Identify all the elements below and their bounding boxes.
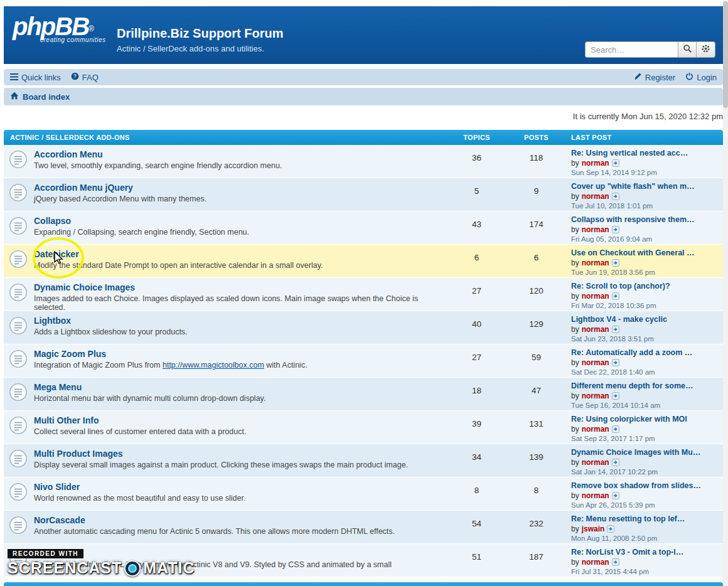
- last-post-title-link[interactable]: Cover up "white flash" when m…: [571, 182, 719, 191]
- forum-link[interactable]: Lightbox: [34, 316, 71, 326]
- forum-text: Datepicker Modify the standard Date Prom…: [34, 248, 323, 275]
- search-icon: [683, 44, 692, 55]
- quick-links-menu[interactable]: Quick links: [10, 73, 61, 82]
- last-post-username-link[interactable]: norman: [582, 258, 609, 267]
- search-button[interactable]: [678, 41, 697, 58]
- forum-link[interactable]: Magic Zoom Plus: [34, 349, 106, 359]
- last-post-username-link[interactable]: norman: [582, 325, 609, 334]
- navbar-right: Register Login: [634, 72, 717, 82]
- goto-last-post-icon[interactable]: [612, 326, 619, 333]
- forum-cell: Magic Zoom Plus Integration of Magic Zoo…: [4, 344, 447, 377]
- last-post-cell: Re: Menu resetting to top lef… by jswain…: [566, 511, 723, 543]
- goto-last-post-icon[interactable]: [612, 425, 619, 433]
- last-post-title-link[interactable]: Remove box shadow from slides…: [571, 481, 719, 490]
- goto-last-post-icon[interactable]: [612, 292, 619, 300]
- forum-link[interactable]: Nivo Slider: [34, 482, 80, 492]
- last-post-title-link[interactable]: Re: Menu resetting to top lef…: [571, 514, 719, 523]
- last-post-username-link[interactable]: norman: [582, 491, 609, 500]
- search-input[interactable]: [585, 41, 678, 58]
- last-post-date: Tue Jun 19, 2018 3:56 pm: [571, 269, 719, 276]
- forum-icon: [9, 150, 28, 169]
- forum-link[interactable]: NorList: [34, 549, 65, 558]
- last-post-cell: Re: Using vertical nested acc… by norman…: [566, 145, 723, 178]
- svg-text:?: ?: [73, 73, 77, 79]
- faq-link[interactable]: ? FAQ: [71, 72, 99, 82]
- board-index-link[interactable]: Board index: [23, 92, 70, 102]
- last-post-username-link[interactable]: norman: [582, 159, 609, 168]
- forum-link[interactable]: Collapso: [34, 216, 71, 226]
- forum-row: Dynamic Choice Images Images added to ea…: [4, 278, 723, 311]
- last-post-title-link[interactable]: Collapso with responsive them…: [571, 215, 719, 224]
- site-title[interactable]: Drillpine.Biz Support Forum: [117, 26, 284, 41]
- register-link[interactable]: Register: [634, 72, 675, 82]
- by-label: by: [571, 292, 579, 301]
- forum-row: Multi Product Images Display several sma…: [4, 444, 723, 477]
- last-post-title-link[interactable]: Re: Using vertical nested acc…: [571, 149, 719, 157]
- last-post-title-link[interactable]: Re: Automatically add a zoom …: [571, 348, 719, 357]
- topics-count: 18: [447, 378, 506, 410]
- by-label: by: [571, 458, 579, 467]
- goto-last-post-icon[interactable]: [612, 359, 619, 366]
- forum-link[interactable]: Accordion Menu jQuery: [34, 183, 133, 193]
- breadcrumb: Board index: [4, 88, 723, 105]
- goto-last-post-icon[interactable]: [612, 226, 619, 233]
- last-post-username-link[interactable]: norman: [582, 358, 609, 367]
- last-post-username-link[interactable]: norman: [582, 558, 609, 567]
- forum-link[interactable]: NorCascade: [34, 516, 85, 525]
- forum-icon: [9, 383, 28, 402]
- forum-link[interactable]: Dynamic Choice Images: [34, 283, 135, 292]
- forum-description: Expanding / Collapsing, search engine fr…: [34, 228, 249, 237]
- category-title-link[interactable]: ACTINIC / SELLERDECK ADD-ONS: [4, 134, 447, 141]
- login-link[interactable]: Login: [685, 72, 717, 82]
- site-header: phpBB® creating communities Drillpine.Bi…: [4, 6, 723, 64]
- advanced-search-button[interactable]: [697, 41, 715, 58]
- forum-cell: Nivo Slider World renowned as the most b…: [4, 477, 447, 510]
- forum-link[interactable]: Datepicker: [34, 250, 79, 259]
- category-header: ACTINIC / SELLERDECK ADD-ONS TOPICS POST…: [4, 130, 723, 145]
- phpbb-logo[interactable]: phpBB® creating communities: [13, 14, 105, 43]
- goto-last-post-icon[interactable]: [612, 193, 619, 200]
- by-label: by: [571, 192, 579, 201]
- goto-last-post-icon[interactable]: [607, 525, 614, 533]
- goto-last-post-icon[interactable]: [612, 259, 619, 267]
- forum-cell: Multi Other Info Collect several lines o…: [4, 411, 447, 444]
- by-label: by: [571, 358, 579, 367]
- goto-last-post-icon[interactable]: [612, 492, 619, 499]
- forum-link[interactable]: Multi Product Images: [34, 449, 123, 459]
- last-post-username-link[interactable]: norman: [582, 458, 609, 467]
- last-post-title-link[interactable]: Re: Scroll to top (anchor)?: [571, 282, 719, 290]
- last-post-username-link[interactable]: norman: [582, 425, 609, 434]
- last-post-title-link[interactable]: Use on Checkout with General …: [571, 248, 719, 257]
- last-post-title-link[interactable]: Dynamic Choice Images with Mu…: [571, 448, 719, 457]
- last-post-title-link[interactable]: Different menu depth for some…: [571, 381, 719, 390]
- last-post-date: Sun Sep 14, 2014 9:12 pm: [571, 169, 719, 176]
- posts-count: 131: [506, 411, 566, 444]
- last-post-title-link[interactable]: Re: NorList V3 - Omit a top-l…: [571, 548, 719, 557]
- forum-link[interactable]: Multi Other Info: [34, 416, 99, 425]
- last-post-cell: Collapso with responsive them… by norman…: [566, 211, 723, 244]
- last-post-title-link[interactable]: Lightbox V4 - make cyclic: [571, 315, 719, 324]
- goto-last-post-icon[interactable]: [612, 392, 619, 400]
- forum-link[interactable]: Mega Menu: [34, 383, 82, 392]
- last-post-date: Mon Aug 11, 2008 2:50 pm: [571, 535, 719, 542]
- last-post-cell: Remove box shadow from slides… by norman…: [566, 477, 723, 510]
- last-post-username-link[interactable]: jswain: [582, 525, 605, 533]
- goto-last-post-icon[interactable]: [612, 558, 619, 566]
- last-post-username-link[interactable]: norman: [582, 192, 609, 201]
- forum-link[interactable]: Accordion Menu: [34, 150, 103, 159]
- forum-description-text: Display several small images against a m…: [34, 461, 408, 469]
- goto-last-post-icon[interactable]: [612, 459, 619, 466]
- forum-text: Nivo Slider World renowned as the most b…: [34, 481, 245, 508]
- last-post-byline: by norman: [571, 325, 719, 334]
- last-post-username-link[interactable]: norman: [582, 392, 609, 400]
- last-post-title-link[interactable]: Re: Using colorpicker with MOI: [571, 415, 719, 424]
- forum-row: Mega Menu Horizontal menu bar with dynam…: [4, 378, 723, 411]
- scrollbar-thumb[interactable]: [723, 1, 728, 108]
- last-post-username-link[interactable]: norman: [582, 292, 609, 301]
- forum-text: NorList Search engine friendly UL list t…: [34, 548, 392, 574]
- last-post-date: Fri Mar 02, 2018 10:36 pm: [571, 302, 719, 309]
- goto-last-post-icon[interactable]: [612, 159, 619, 167]
- forum-icon: [9, 416, 28, 435]
- last-post-username-link[interactable]: norman: [582, 225, 609, 234]
- forum-description-link[interactable]: http://www.magictoolbox.com: [163, 361, 264, 370]
